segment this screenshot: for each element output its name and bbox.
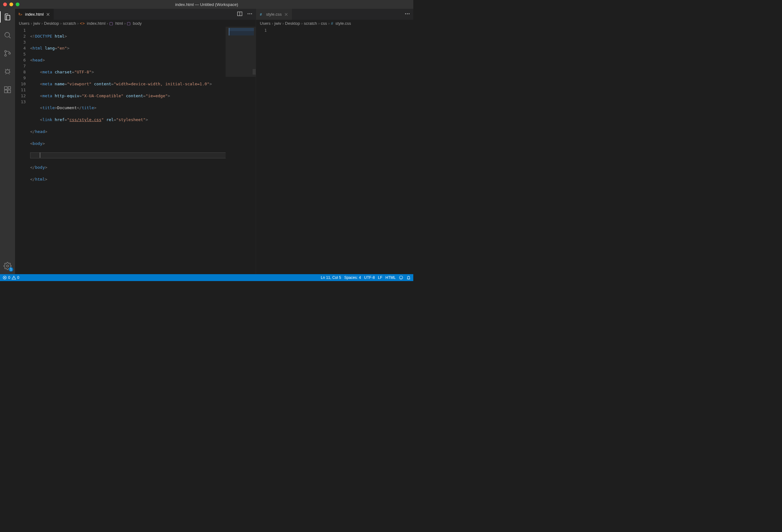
symbol-icon: ▢ bbox=[127, 21, 131, 26]
activity-extensions-icon[interactable] bbox=[0, 83, 15, 96]
svg-point-16 bbox=[407, 13, 408, 14]
breadcrumb-item[interactable]: scratch bbox=[304, 21, 317, 26]
breadcrumb-item[interactable]: Users bbox=[19, 21, 30, 26]
split-editor-icon[interactable] bbox=[237, 11, 243, 17]
titlebar: index.html — Untitled (Workspace) bbox=[0, 0, 413, 9]
css-file-icon: # bbox=[259, 12, 264, 17]
close-tab-icon[interactable] bbox=[284, 12, 289, 17]
editor-group-left: <> index.html U bbox=[15, 9, 256, 274]
status-bar: 0 0 Ln 11, Col 5 Spaces: 4 UTF-8 LF HTML bbox=[0, 274, 413, 281]
code-editor-left[interactable]: 12345678910111213 <!DOCTYPE html> <html … bbox=[15, 27, 256, 274]
minimap[interactable] bbox=[226, 27, 256, 274]
svg-point-1 bbox=[5, 50, 6, 52]
text-cursor bbox=[40, 152, 40, 158]
close-window-icon[interactable] bbox=[3, 2, 7, 6]
editor-group-right: # style.css Users› jwiv› Desktop› bbox=[256, 9, 413, 274]
close-tab-icon[interactable] bbox=[45, 12, 50, 17]
status-cursor-position[interactable]: Ln 11, Col 5 bbox=[321, 275, 341, 280]
svg-point-2 bbox=[5, 54, 6, 56]
svg-point-12 bbox=[249, 13, 250, 14]
breadcrumb-item[interactable]: html bbox=[115, 21, 123, 26]
svg-point-11 bbox=[248, 13, 249, 14]
activity-search-icon[interactable] bbox=[0, 29, 15, 41]
tab-index-html[interactable]: <> index.html bbox=[15, 9, 54, 20]
status-notifications-icon[interactable] bbox=[406, 275, 411, 280]
status-eol[interactable]: LF bbox=[378, 275, 382, 280]
svg-rect-6 bbox=[8, 90, 11, 93]
more-actions-icon[interactable] bbox=[404, 11, 410, 17]
line-number-gutter: 1 bbox=[256, 27, 271, 274]
breadcrumb-item[interactable]: jwiv bbox=[274, 21, 281, 26]
status-indent[interactable]: Spaces: 4 bbox=[344, 275, 361, 280]
tab-label: style.css bbox=[266, 12, 282, 16]
svg-text:<>: <> bbox=[19, 13, 22, 16]
svg-point-17 bbox=[408, 13, 410, 14]
status-warnings-count: 0 bbox=[17, 275, 20, 280]
more-actions-icon[interactable] bbox=[247, 11, 253, 17]
settings-badge: 1 bbox=[9, 267, 13, 272]
svg-text:#: # bbox=[260, 12, 262, 16]
breadcrumb-item[interactable]: Desktop bbox=[285, 21, 300, 26]
status-errors-count: 0 bbox=[8, 275, 10, 280]
zoom-window-icon[interactable] bbox=[16, 2, 20, 6]
manage-settings-icon[interactable]: 1 bbox=[0, 260, 15, 272]
svg-rect-7 bbox=[8, 86, 11, 89]
svg-point-8 bbox=[7, 265, 9, 267]
breadcrumb-item[interactable]: Desktop bbox=[44, 21, 59, 26]
html-file-icon: <> bbox=[18, 12, 23, 17]
activity-run-debug-icon[interactable] bbox=[0, 65, 15, 78]
status-problems[interactable]: 0 0 bbox=[2, 275, 19, 280]
svg-point-19 bbox=[399, 276, 403, 279]
symbol-icon: ▢ bbox=[109, 21, 113, 26]
svg-point-15 bbox=[405, 13, 406, 14]
breadcrumb-item[interactable]: css bbox=[321, 21, 327, 26]
code-content[interactable]: <!DOCTYPE html> <html lang="en"> <head> … bbox=[30, 27, 256, 274]
svg-point-3 bbox=[9, 52, 10, 54]
html-file-icon: <> bbox=[80, 21, 85, 26]
activity-source-control-icon[interactable] bbox=[0, 47, 15, 60]
breadcrumbs-right[interactable]: Users› jwiv› Desktop› scratch› css› # st… bbox=[256, 20, 413, 27]
svg-point-13 bbox=[251, 13, 252, 14]
code-editor-right[interactable]: 1 bbox=[256, 27, 413, 274]
minimize-window-icon[interactable] bbox=[9, 2, 13, 6]
window-controls bbox=[0, 2, 20, 6]
status-feedback-icon[interactable] bbox=[399, 275, 403, 280]
code-content[interactable] bbox=[271, 27, 413, 274]
svg-point-0 bbox=[5, 32, 9, 37]
window-title: index.html — Untitled (Workspace) bbox=[0, 2, 413, 7]
svg-rect-5 bbox=[4, 90, 7, 93]
breadcrumb-item[interactable]: Users bbox=[260, 21, 271, 26]
activity-bar: 1 bbox=[0, 9, 15, 274]
breadcrumb-item[interactable]: style.css bbox=[335, 21, 351, 26]
css-file-icon: # bbox=[331, 21, 333, 26]
breadcrumb-item[interactable]: index.html bbox=[87, 21, 105, 26]
activity-explorer-icon[interactable] bbox=[0, 11, 15, 23]
breadcrumb-item[interactable]: jwiv bbox=[33, 21, 40, 26]
breadcrumb-item[interactable]: scratch bbox=[63, 21, 76, 26]
breadcrumbs-left[interactable]: Users› jwiv› Desktop› scratch› <> index.… bbox=[15, 20, 256, 27]
status-encoding[interactable]: UTF-8 bbox=[364, 275, 375, 280]
tab-style-css[interactable]: # style.css bbox=[256, 9, 292, 20]
breadcrumb-item[interactable]: body bbox=[133, 21, 142, 26]
status-language-mode[interactable]: HTML bbox=[385, 275, 396, 280]
svg-rect-4 bbox=[4, 86, 7, 89]
tab-label: index.html bbox=[25, 12, 44, 16]
tab-bar-right: # style.css bbox=[256, 9, 413, 20]
tab-bar-left: <> index.html bbox=[15, 9, 256, 20]
line-number-gutter: 12345678910111213 bbox=[15, 27, 30, 274]
